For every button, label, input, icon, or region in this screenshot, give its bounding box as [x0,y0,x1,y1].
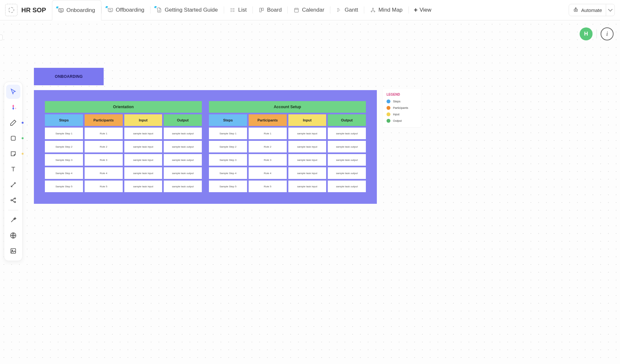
tab-gantt[interactable]: Gantt [330,0,364,20]
cell-role[interactable]: Role 3 [249,154,287,166]
canvas-toolbar-tr: H i [580,27,614,40]
legend-label: Participants [393,106,408,109]
col-header-input[interactable]: Input [288,114,326,126]
cell-output[interactable]: sample task output [164,167,202,179]
cell-step[interactable]: Sample Step 3 [45,154,83,166]
cell-output[interactable]: sample task output [328,141,366,152]
cell-output[interactable]: sample task output [164,141,202,152]
cell-input[interactable]: sample task input [288,141,326,152]
column-headers: Steps Participants Input Output [45,114,202,126]
tool-shape[interactable] [6,131,20,145]
tab-list[interactable]: List [224,0,253,20]
avatar[interactable]: H [580,27,593,40]
svg-point-13 [576,10,577,11]
cell-input[interactable]: sample task input [124,154,162,166]
cell-output[interactable]: sample task output [164,181,202,192]
tool-connector[interactable] [6,178,20,192]
cell-input[interactable]: sample task input [124,141,162,152]
cell-step[interactable]: Sample Step 2 [209,141,247,152]
cell-role[interactable]: Role 3 [85,154,123,166]
cell-input[interactable]: sample task input [288,167,326,179]
svg-rect-15 [11,136,16,140]
cell-step[interactable]: Sample Step 5 [209,181,247,192]
tool-ai[interactable]: + [6,100,20,114]
cell-input[interactable]: sample task input [288,128,326,139]
space-icon[interactable] [5,4,17,16]
cell-role[interactable]: Role 5 [85,181,123,192]
tool-sticky[interactable] [6,147,20,161]
cell-role[interactable]: Role 4 [85,167,123,179]
cell-output[interactable]: sample task output [328,128,366,139]
cell-role[interactable]: Role 2 [249,141,287,152]
cell-step[interactable]: Sample Step 1 [45,128,83,139]
svg-point-9 [371,11,372,12]
automate-button[interactable]: Automate [569,4,615,16]
cell-step[interactable]: Sample Step 4 [209,167,247,179]
automate-dropdown[interactable] [606,4,612,16]
col-header-participants[interactable]: Participants [85,114,123,126]
tab-offboarding[interactable]: Offboarding [102,0,150,20]
tab-getting-started[interactable]: Getting Started Guide [150,0,223,20]
cell-role[interactable]: Role 5 [249,181,287,192]
cell-output[interactable]: sample task output [328,154,366,166]
svg-rect-6 [262,8,264,11]
info-button[interactable]: i [601,27,614,40]
cell-step[interactable]: Sample Step 2 [45,141,83,152]
col-header-input[interactable]: Input [124,114,162,126]
tab-board[interactable]: Board [253,0,287,20]
cell-role[interactable]: Role 1 [249,128,287,139]
add-view-button[interactable]: + View [409,6,437,14]
list-icon [230,7,236,13]
add-view-label: View [419,7,431,13]
tool-select[interactable] [6,85,20,99]
col-header-output[interactable]: Output [328,114,366,126]
section-title[interactable]: Account Setup [209,101,366,113]
svg-point-10 [374,11,375,12]
tool-mindmap[interactable] [6,193,20,207]
table-row: Sample Step 5 Role 5 sample task input s… [45,181,202,192]
legend-item: Participants [387,106,417,110]
board-container[interactable]: Orientation Steps Participants Input Out… [34,90,377,204]
cell-output[interactable]: sample task output [164,154,202,166]
col-header-output[interactable]: Output [164,114,202,126]
tab-calendar[interactable]: Calendar [288,0,330,20]
cell-step[interactable]: Sample Step 3 [209,154,247,166]
cell-role[interactable]: Role 1 [85,128,123,139]
svg-point-8 [372,8,373,9]
cell-step[interactable]: Sample Step 5 [45,181,83,192]
board-title-card[interactable]: ONBOARDING [34,68,104,85]
cell-role[interactable]: Role 4 [249,167,287,179]
tool-magic[interactable] [6,213,20,227]
cell-step[interactable]: Sample Step 4 [45,167,83,179]
tool-text[interactable] [6,162,20,176]
section-title[interactable]: Orientation [45,101,202,113]
cell-input[interactable]: sample task input [288,154,326,166]
tool-web[interactable] [6,228,20,243]
legend-card[interactable]: LEGEND Steps Participants Input Output [383,89,421,127]
col-header-steps[interactable]: Steps [45,114,83,126]
cell-input[interactable]: sample task input [124,128,162,139]
svg-point-16 [11,200,12,201]
tab-onboarding[interactable]: Onboarding [52,0,101,20]
separator [596,29,597,38]
col-header-steps[interactable]: Steps [209,114,247,126]
tab-label: Getting Started Guide [165,7,218,13]
cell-output[interactable]: sample task output [328,181,366,192]
cell-role[interactable]: Role 2 [85,141,123,152]
col-header-participants[interactable]: Participants [249,114,287,126]
cell-input[interactable]: sample task input [288,181,326,192]
sidebar-expand-handle[interactable] [0,35,3,40]
cell-output[interactable]: sample task output [328,167,366,179]
tool-image[interactable] [6,244,20,258]
svg-point-21 [12,250,13,251]
cell-output[interactable]: sample task output [164,128,202,139]
legend-dot [387,99,390,103]
robot-icon [573,7,579,13]
tab-label: Board [267,7,282,13]
canvas[interactable]: H i + [0,20,620,364]
cell-step[interactable]: Sample Step 1 [209,128,247,139]
cell-input[interactable]: sample task input [124,181,162,192]
tool-pen[interactable] [6,116,20,130]
cell-input[interactable]: sample task input [124,167,162,179]
tab-mindmap[interactable]: Mind Map [364,0,408,20]
